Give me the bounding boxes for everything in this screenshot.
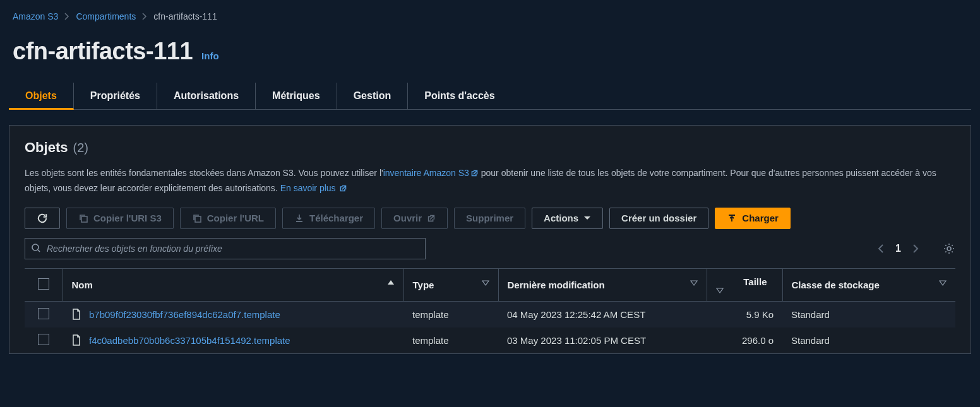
copy-url-button[interactable]: Copier l'URL [180,208,276,229]
svg-point-3 [947,247,951,251]
prev-page-button[interactable] [878,244,884,254]
column-label: Nom [72,280,93,290]
upload-icon [727,213,737,223]
panel-heading: Objets (2) [25,139,955,156]
column-name[interactable]: Nom [63,268,403,301]
button-label: Créer un dossier [621,213,696,223]
panel-title: Objets [25,139,68,156]
search-box [25,238,426,259]
object-name-link[interactable]: b7b09f0f23030fbf736ef894dc62a0f7.templat… [89,309,280,320]
sort-icon [716,287,774,293]
object-storage-class: Standard [782,327,955,353]
svg-point-2 [32,244,39,251]
tab-management[interactable]: Gestion [337,83,409,109]
refresh-button[interactable] [25,208,60,229]
sort-asc-icon [387,280,395,286]
breadcrumb-current: cfn-artifacts-111 [153,11,217,21]
chevron-right-icon [64,13,69,20]
column-type[interactable]: Type [403,268,498,301]
column-size[interactable]: Taille [707,268,782,301]
refresh-icon [37,213,48,224]
search-icon [31,243,41,253]
column-modified[interactable]: Dernière modification [498,268,707,301]
object-type: template [403,327,498,353]
external-link-icon [339,184,347,192]
desc-text: Les objets sont les entités fondamentale… [25,168,383,178]
column-label: Type [413,280,434,290]
page-title-row: cfn-artifacts-111 Info [0,27,980,83]
learn-more-link[interactable]: En savoir plus [280,183,348,193]
copy-uri-button[interactable]: Copier l'URI S3 [66,208,174,229]
objects-panel: Objets (2) Les objets sont les entités f… [9,125,971,354]
page-number: 1 [895,243,901,254]
row-checkbox[interactable] [38,334,49,345]
object-size: 296.0 o [707,327,782,353]
svg-rect-0 [81,216,87,222]
next-page-button[interactable] [912,244,919,254]
panel-description: Les objets sont les entités fondamentale… [25,166,955,196]
table-row: f4c0adbebb70b0b6c337105b4f151492.templat… [25,327,955,353]
object-size: 5.9 Ko [707,301,782,327]
caret-down-icon [583,216,591,221]
download-icon [294,213,304,223]
toolbar: Copier l'URI S3 Copier l'URL Télécharger… [25,208,955,229]
copy-icon [78,213,88,223]
tab-metrics[interactable]: Métriques [256,83,337,109]
button-label: Supprimer [466,213,513,223]
download-button[interactable]: Télécharger [282,208,375,229]
button-label: Télécharger [309,213,363,223]
select-all-header [25,268,63,301]
tab-access-points[interactable]: Points d'accès [408,83,511,109]
tabs: Objets Propriétés Autorisations Métrique… [9,83,971,110]
settings-button[interactable] [943,242,955,255]
button-label: Copier l'URL [207,213,264,223]
search-pagination-row: 1 [25,238,955,259]
info-link[interactable]: Info [201,50,219,61]
button-label: Charger [742,213,779,223]
object-modified: 03 May 2023 11:02:05 PM CEST [498,327,707,353]
button-label: Copier l'URI S3 [93,213,162,223]
row-checkbox[interactable] [38,308,49,319]
table-row: b7b09f0f23030fbf736ef894dc62a0f7.templat… [25,301,955,327]
object-name-link[interactable]: f4c0adbebb70b0b6c337105b4f151492.templat… [89,335,290,346]
actions-button[interactable]: Actions [532,208,603,229]
external-link-icon [427,214,436,223]
chevron-right-icon [142,13,147,20]
breadcrumb-buckets[interactable]: Compartiments [76,11,136,21]
copy-icon [192,213,202,223]
column-label: Dernière modification [508,280,605,290]
sort-icon [939,280,947,286]
object-storage-class: Standard [782,301,955,327]
select-all-checkbox[interactable] [38,278,49,290]
tab-objects[interactable]: Objets [9,83,74,110]
objects-table: Nom Type Dernière modification Taille Cl… [25,268,955,353]
search-input[interactable] [25,238,426,259]
file-icon [71,309,81,320]
tab-properties[interactable]: Propriétés [74,83,157,109]
object-modified: 04 May 2023 12:25:42 AM CEST [498,301,707,327]
tab-permissions[interactable]: Autorisations [157,83,256,109]
button-label: Ouvrir [393,213,422,223]
sort-icon [482,280,489,286]
breadcrumb-root[interactable]: Amazon S3 [13,11,58,21]
delete-button[interactable]: Supprimer [454,208,525,229]
column-storage[interactable]: Classe de stockage [782,268,955,301]
create-folder-button[interactable]: Créer un dossier [609,208,708,229]
open-button[interactable]: Ouvrir [381,208,448,229]
breadcrumb: Amazon S3 Compartiments cfn-artifacts-11… [0,0,980,27]
sort-icon [690,280,698,286]
column-label: Taille [743,276,767,287]
button-label: Actions [544,213,578,223]
object-count: (2) [73,141,88,155]
column-label: Classe de stockage [792,280,880,290]
object-type: template [403,301,498,327]
svg-rect-1 [195,216,201,222]
external-link-icon [470,169,479,177]
inventory-link[interactable]: inventaire Amazon S3 [383,168,479,178]
file-icon [71,334,81,346]
pagination: 1 [878,243,919,254]
upload-button[interactable]: Charger [715,208,791,229]
page-title: cfn-artifacts-111 [13,38,193,65]
